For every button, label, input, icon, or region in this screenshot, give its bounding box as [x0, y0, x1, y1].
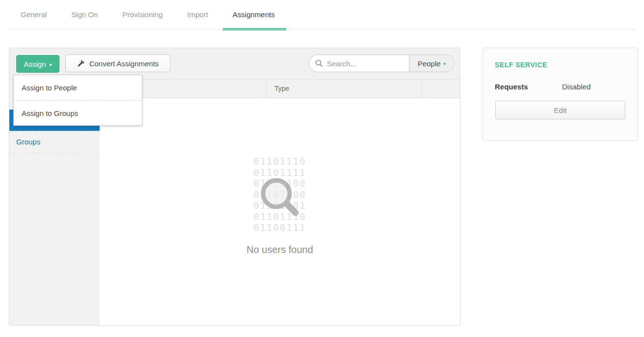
- search-scope-value: People: [418, 59, 441, 68]
- tabs-divider: [8, 29, 636, 29]
- assignments-table-body: 01101110 01101111 01110100 01101000 0110…: [100, 99, 460, 325]
- search-icon: [315, 59, 323, 67]
- tab-sign-on[interactable]: Sign On: [71, 0, 98, 29]
- chevron-down-icon: ▾: [444, 61, 446, 66]
- magnifier-icon: [254, 173, 305, 225]
- tab-provisioning[interactable]: Provisioning: [123, 0, 163, 29]
- column-header-type: Type: [266, 80, 422, 98]
- binary-row: 01101110: [100, 156, 460, 167]
- assignments-table-header: Type: [100, 80, 460, 98]
- edit-button[interactable]: Edit: [495, 101, 625, 119]
- requests-status-value: Disabled: [562, 83, 590, 91]
- convert-assignments-button[interactable]: Convert Assignments: [65, 55, 170, 72]
- menu-item-assign-to-groups[interactable]: Assign to Groups: [14, 100, 142, 125]
- assignments-panel: Assign ▾ Convert Assignments: [9, 48, 460, 326]
- menu-item-assign-to-people[interactable]: Assign to People: [14, 75, 142, 100]
- column-header-actions: [422, 80, 460, 98]
- assignment-search: People ▾: [309, 55, 455, 72]
- search-scope-dropdown[interactable]: People ▾: [409, 55, 454, 72]
- requests-label: Requests: [495, 83, 562, 91]
- sidebar-item-groups[interactable]: Groups: [9, 131, 100, 153]
- tab-import[interactable]: Import: [187, 0, 208, 29]
- assign-button-label: Assign: [24, 60, 46, 68]
- self-service-title: SELF SERVICE: [495, 61, 638, 69]
- app-tabs: General Sign On Provisioning Import Assi…: [0, 0, 644, 29]
- search-field-area: [309, 55, 409, 72]
- chevron-down-icon: ▾: [50, 62, 52, 67]
- tab-assignments[interactable]: Assignments: [233, 0, 275, 29]
- self-service-panel: SELF SERVICE Requests Disabled Edit: [483, 48, 638, 141]
- tab-general[interactable]: General: [21, 0, 47, 29]
- assign-button[interactable]: Assign ▾: [16, 55, 59, 73]
- wrench-icon: [77, 59, 85, 67]
- search-input[interactable]: [327, 59, 401, 68]
- empty-state-message: No users found: [100, 244, 460, 255]
- assign-dropdown-menu: Assign to People Assign to Groups: [13, 75, 142, 126]
- requests-row: Requests Disabled: [495, 83, 638, 91]
- convert-assignments-label: Convert Assignments: [89, 59, 159, 68]
